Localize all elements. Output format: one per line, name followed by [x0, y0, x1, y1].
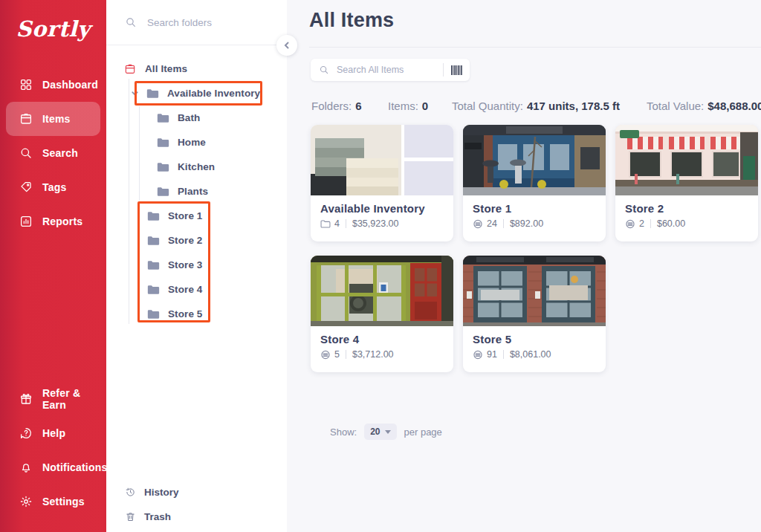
history-button[interactable]: History	[106, 480, 287, 505]
stat-folders: Folders:6	[311, 100, 362, 112]
sortly-app: Sortly Dashboard Items Search	[0, 0, 761, 532]
all-items-box-icon	[124, 63, 136, 75]
sidebar-item-tags[interactable]: Tags	[6, 170, 100, 204]
sidebar-item-help[interactable]: Help	[6, 416, 100, 450]
card-title: Store 1	[473, 202, 596, 215]
folder-icon	[157, 137, 169, 148]
barcode-scan-icon[interactable]	[450, 65, 463, 76]
tree-item-bath[interactable]: Bath	[106, 106, 287, 130]
gear-icon	[19, 495, 33, 508]
blue-storefront-photo	[463, 125, 606, 195]
card-title: Store 5	[473, 333, 596, 346]
folder-card-store-2[interactable]: Store 2 2 $60.00	[615, 125, 758, 241]
tree-item-home[interactable]: Home	[106, 130, 287, 155]
info-separator	[503, 219, 504, 228]
nav-label: Notifications	[42, 461, 107, 473]
card-title: Store 2	[625, 202, 748, 215]
nav-label: Tags	[42, 181, 66, 193]
sidebar-item-search[interactable]: Search	[6, 136, 100, 170]
page-title: All Items	[309, 9, 394, 32]
info-separator	[346, 219, 346, 228]
history-icon	[125, 487, 136, 498]
folder-card-store-4[interactable]: Store 4 5 $3,712.00	[311, 256, 453, 372]
help-icon	[19, 426, 33, 440]
brick-storefront-photo	[463, 256, 606, 326]
sidebar-item-reports[interactable]: Reports	[6, 204, 100, 239]
panel-collapse-button[interactable]	[276, 35, 297, 56]
search-icon	[125, 16, 137, 28]
card-value: $60.00	[657, 218, 685, 229]
pagination: Show: 20 per page	[330, 424, 442, 440]
folder-icon	[157, 186, 169, 197]
items-icon	[19, 112, 33, 126]
folder-card-store-5[interactable]: Store 5 91 $8,061.00	[463, 256, 606, 372]
tree-item-label: All Items	[145, 63, 187, 74]
sidebar-item-items[interactable]: Items	[6, 102, 100, 136]
bell-icon	[19, 461, 33, 474]
sidebar-nav-bottom: Refer & Earn Help Notifications Settings	[0, 382, 106, 519]
sidebar-item-refer-earn[interactable]: Refer & Earn	[6, 382, 100, 416]
nav-label: Dashboard	[42, 79, 98, 91]
stat-total-value: Total Value:$48,688.00	[647, 100, 761, 112]
summary-stats: Folders:6 Items:0 Total Quantity:417 uni…	[287, 100, 761, 114]
page-size-dropdown[interactable]: 20	[364, 424, 396, 440]
footer-label: Trash	[144, 511, 171, 522]
trash-button[interactable]: Trash	[106, 505, 287, 529]
nav-label: Refer & Earn	[42, 387, 100, 411]
stacked-towels-photo	[311, 125, 453, 195]
nav-label: Items	[42, 113, 71, 125]
folder-search	[106, 0, 287, 45]
nav-label: Search	[42, 147, 78, 159]
stat-total-quantity: Total Quantity:417 units, 178.5 ft	[452, 100, 620, 112]
gift-icon	[19, 392, 33, 406]
folder-search-input[interactable]	[146, 16, 272, 29]
search-icon	[19, 146, 33, 160]
show-label: Show:	[330, 426, 357, 438]
sidebar-item-dashboard[interactable]: Dashboard	[6, 68, 100, 102]
sidebar-nav: Dashboard Items Search Tags	[0, 68, 106, 239]
card-info: 24 $892.00	[473, 218, 596, 229]
tree-item-all-items[interactable]: All Items	[106, 56, 287, 81]
items-stack-icon	[473, 350, 483, 360]
search-divider	[443, 63, 444, 77]
card-value: $3,712.00	[352, 349, 394, 360]
card-value: $35,923.00	[352, 218, 399, 229]
nav-label: Help	[42, 427, 65, 439]
info-separator	[650, 219, 651, 228]
tree-item-label: Kitchen	[178, 161, 215, 172]
card-info: 2 $60.00	[625, 218, 748, 229]
card-info: 91 $8,061.00	[473, 349, 596, 360]
items-search-box	[311, 59, 470, 81]
sidebar-item-settings[interactable]: Settings	[6, 484, 100, 519]
card-count: 4	[334, 218, 340, 229]
card-count: 24	[487, 218, 497, 229]
dashboard-icon	[19, 78, 33, 91]
sortly-logo: Sortly	[0, 16, 106, 42]
card-count: 91	[487, 349, 497, 360]
info-separator	[346, 350, 346, 359]
green-storefront-photo	[311, 256, 453, 326]
sidebar-item-notifications[interactable]: Notifications	[6, 450, 100, 484]
annotation-box-available-inventory	[135, 81, 262, 106]
card-value: $8,061.00	[510, 349, 551, 360]
folder-outline-icon	[320, 219, 331, 229]
folder-card-available-inventory[interactable]: Available Inventory 4 $35,923.00	[311, 125, 453, 241]
info-separator	[503, 350, 504, 359]
tree-item-kitchen[interactable]: Kitchen	[106, 155, 287, 179]
main-content: All Items Folders:6 Items:0 Total Quanti…	[287, 0, 761, 532]
header-divider	[309, 47, 761, 48]
folders-panel: All Items Available Inventory Bath Home …	[106, 0, 287, 532]
tree-item-label: Home	[178, 137, 206, 148]
card-info: 5 $3,712.00	[320, 349, 444, 360]
tree-item-plants[interactable]: Plants	[106, 179, 287, 204]
items-search-input[interactable]	[335, 64, 424, 76]
folders-panel-footer: History Trash	[106, 480, 287, 529]
trash-icon	[125, 511, 136, 522]
card-title: Store 4	[320, 333, 444, 346]
stat-items: Items:0	[388, 100, 428, 112]
items-stack-icon	[473, 219, 483, 229]
nav-label: Settings	[42, 496, 85, 507]
folder-icon	[157, 113, 169, 123]
folder-card-store-1[interactable]: Store 1 24 $892.00	[463, 125, 606, 241]
tags-icon	[19, 181, 33, 194]
